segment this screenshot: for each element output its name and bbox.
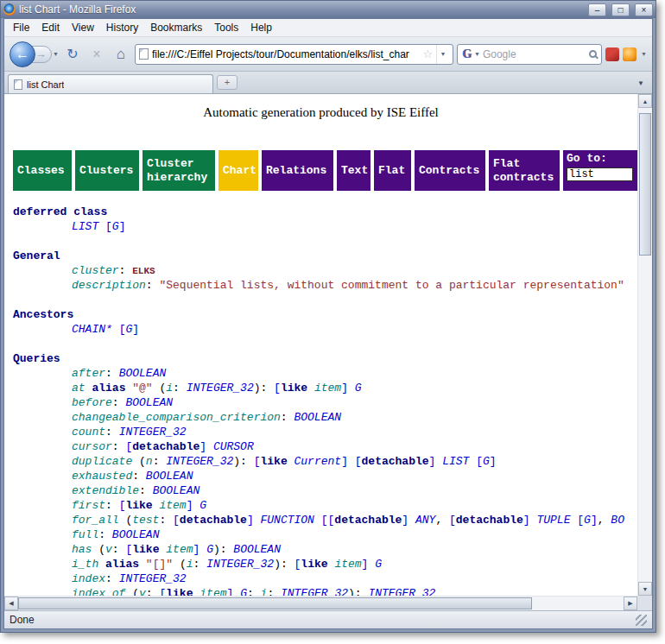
window-frame: FileEditViewHistoryBookmarksToolsHelp ← … (3, 18, 653, 629)
doc-line: index_of (v: [like item] G; i: INTEGER_3… (13, 586, 637, 596)
resize-grip[interactable] (636, 615, 647, 626)
back-button[interactable]: ← (10, 41, 35, 67)
doc-line: before: BOOLEAN (13, 395, 637, 410)
tile-text[interactable]: Text (337, 150, 370, 191)
doc-line: extendible: BOOLEAN (13, 483, 637, 498)
tile-chart[interactable]: Chart (218, 150, 258, 191)
scrollbar-corner (637, 596, 652, 610)
nav-tiles-row: ClassesClustersCluster hierarchyChartRel… (13, 150, 637, 191)
page: Automatic generation produced by ISE Eif… (4, 94, 637, 596)
doc-line: General (13, 249, 637, 263)
maximize-button[interactable]: □ (611, 3, 630, 16)
menu-tools[interactable]: Tools (208, 20, 244, 35)
horizontal-scroll-thumb[interactable] (18, 597, 532, 609)
doc-line (13, 337, 637, 351)
firefox-icon (3, 3, 16, 16)
page-favicon-icon (139, 48, 149, 60)
reload-button[interactable]: ↻ (62, 44, 83, 65)
tile-clusters[interactable]: Clusters (75, 150, 139, 191)
vertical-scroll-thumb[interactable] (639, 113, 651, 256)
doc-line: Queries (13, 351, 637, 366)
doc-line: CHAIN* [G] (13, 322, 637, 337)
stop-button[interactable]: × (86, 44, 107, 65)
doc-line: after: BOOLEAN (13, 366, 637, 381)
search-box[interactable]: G ▼ Google (457, 44, 602, 65)
menu-edit[interactable]: Edit (35, 20, 66, 35)
tile-relations[interactable]: Relations (262, 150, 333, 191)
doc-line: exhausted: BOOLEAN (13, 469, 637, 483)
doc-line (13, 234, 637, 249)
browser-content: Automatic generation produced by ISE Eif… (4, 94, 652, 610)
scroll-up-button[interactable]: ▲ (638, 94, 652, 108)
doc-line: deferred class (13, 205, 637, 219)
menubar: FileEditViewHistoryBookmarksToolsHelp (4, 19, 652, 37)
tile-contracts[interactable]: Contracts (415, 150, 485, 191)
home-button[interactable]: ⌂ (111, 44, 131, 65)
doc-line: full: BOOLEAN (13, 527, 637, 542)
url-bar[interactable]: file:///C:/Eiffel Projects/tour/Document… (135, 44, 453, 65)
window-title: list Chart - Mozilla Firefox (19, 3, 583, 16)
status-text: Done (10, 614, 35, 626)
bookmark-star-icon[interactable]: ☆ (422, 47, 433, 60)
doc-line: has (v: [like item] G): BOOLEAN (13, 542, 637, 557)
history-dropdown-icon[interactable]: ▼ (53, 51, 59, 57)
doc-line: Ancestors (13, 307, 637, 322)
google-logo-icon: G (462, 47, 472, 61)
tile-classes[interactable]: Classes (13, 150, 72, 191)
goto-label: Go to: (567, 152, 635, 166)
doc-line (13, 293, 637, 307)
vertical-scrollbar[interactable]: ▲ ▼ (637, 94, 652, 596)
doc-line: i_th alias "[]" (i: INTEGER_32): [like i… (13, 557, 637, 571)
url-input[interactable]: file:///C:/Eiffel Projects/tour/Document… (152, 48, 419, 60)
menu-help[interactable]: Help (244, 20, 278, 35)
doc-line: description: "Sequential lists, without … (13, 278, 637, 293)
minimize-button[interactable]: – (588, 3, 606, 16)
firefox-window: list Chart - Mozilla Firefox – □ × FileE… (0, 0, 656, 633)
extension-button-2[interactable] (623, 47, 636, 61)
status-bar: Done (4, 610, 652, 628)
history-nav-cluster: ← → ▼ (10, 41, 59, 67)
doc-line: first: [like item] G (13, 498, 637, 513)
search-icon[interactable] (589, 50, 597, 58)
horizontal-scrollbar[interactable]: ◀ ▶ (4, 596, 637, 610)
menu-view[interactable]: View (66, 20, 100, 35)
doc-line: index: INTEGER_32 (13, 571, 637, 586)
extension-button-1[interactable] (605, 47, 619, 61)
list-all-tabs-button[interactable]: ▼ (633, 76, 649, 92)
goto-input[interactable] (567, 167, 633, 181)
scroll-right-button[interactable]: ▶ (624, 597, 637, 610)
titlebar[interactable]: list Chart - Mozilla Firefox – □ × (1, 1, 656, 18)
search-engine-dropdown[interactable]: ▼ (474, 51, 480, 57)
search-input[interactable]: Google (483, 48, 586, 60)
doc-line: changeable_comparison_criterion: BOOLEAN (13, 410, 637, 425)
doc-line: cluster: ELKS (13, 263, 637, 278)
tile-flat-contracts[interactable]: Flat contracts (489, 150, 560, 191)
tab-bar: list Chart + ▼ (4, 72, 652, 94)
doc-line: at alias "@" (i: INTEGER_32): [like item… (13, 381, 637, 395)
close-button[interactable]: × (635, 3, 653, 16)
url-dropdown-button[interactable]: ▼ (436, 45, 449, 64)
menu-bookmarks[interactable]: Bookmarks (144, 20, 208, 35)
document-icon (14, 79, 22, 90)
goto-tile: Go to: (563, 150, 637, 191)
menu-file[interactable]: File (7, 20, 35, 35)
scroll-down-button[interactable]: ▼ (638, 582, 652, 596)
doc-line: LIST [G] (13, 219, 637, 234)
doc-line: count: INTEGER_32 (13, 425, 637, 439)
nav-toolbar: ← → ▼ ↻ × ⌂ file:///C:/Eiffel Projects/t… (4, 37, 652, 72)
menu-history[interactable]: History (100, 20, 144, 35)
scroll-left-button[interactable]: ◀ (4, 597, 18, 610)
doc-line: cursor: [detachable] CURSOR (13, 439, 637, 454)
tab-label: list Chart (27, 79, 64, 90)
doc-area: deferred classLIST [G] Generalcluster: E… (4, 205, 637, 596)
tile-flat[interactable]: Flat (374, 150, 411, 191)
extension-dropdown-icon[interactable]: ▼ (641, 51, 647, 57)
page-title: Automatic generation produced by ISE Eif… (4, 105, 637, 120)
tab-list-chart[interactable]: list Chart (8, 74, 213, 93)
tile-cluster-hierarchy[interactable]: Cluster hierarchy (142, 150, 215, 191)
new-tab-button[interactable]: + (217, 75, 238, 90)
doc-line: duplicate (n: INTEGER_32): [like Current… (13, 454, 637, 469)
horizontal-scroll-track[interactable] (532, 597, 624, 610)
doc-line: for_all (test: [detachable] FUNCTION [[d… (13, 513, 637, 527)
